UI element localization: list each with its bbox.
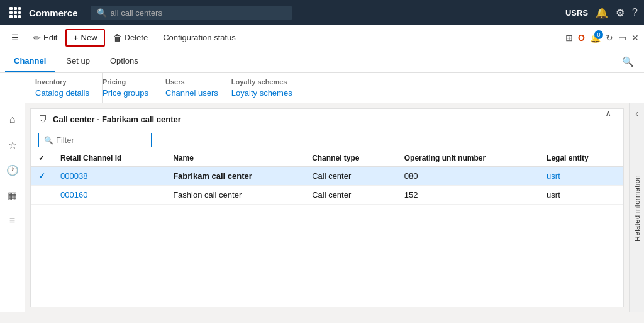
- row-retail-id-2[interactable]: 000160: [53, 186, 165, 205]
- row-retail-id-1[interactable]: 000038: [53, 167, 165, 186]
- filter-input[interactable]: [56, 135, 146, 145]
- subnav-users-title: Users: [165, 78, 218, 86]
- app-grid-icon[interactable]: [6, 4, 24, 21]
- plus-icon: +: [73, 33, 78, 43]
- tab-channel[interactable]: Channel: [5, 50, 55, 72]
- sidebar-home-icon[interactable]: ⌂: [1, 108, 24, 131]
- row-legal-entity-1[interactable]: usrt: [539, 167, 623, 186]
- row-name-2: Fashion call center: [165, 186, 304, 205]
- action-bar-right-icons: ⊞ O 🔔0 ↻ ▭ ✕: [565, 33, 639, 43]
- sub-nav: Inventory Catalog details Pricing Price …: [0, 73, 644, 103]
- user-label: USRS: [565, 8, 588, 18]
- svg-rect-1: [14, 7, 17, 10]
- row-check-1: ✓: [31, 167, 53, 186]
- svg-rect-2: [18, 7, 21, 10]
- sidebar-clock-icon[interactable]: 🕐: [1, 159, 24, 181]
- action-bar: ☰ ✏ Edit + New 🗑 Delete Configuration st…: [0, 25, 644, 50]
- right-panel[interactable]: ‹ Related information: [629, 103, 644, 312]
- filter-funnel-icon[interactable]: ⛉: [38, 114, 48, 125]
- list-title: Call center - Fabrikam call center: [53, 115, 181, 124]
- column-retail-channel-id[interactable]: Retail Channel Id: [53, 150, 165, 167]
- row-check-2: [31, 186, 53, 205]
- subnav-loyalty-title: Loyalty schemes: [231, 78, 292, 86]
- column-operating-unit[interactable]: Operating unit number: [397, 150, 539, 167]
- list-header: ⛉ Call center - Fabrikam call center: [31, 109, 623, 130]
- row-channel-type-2: Call center: [304, 186, 397, 205]
- tab-search-icon[interactable]: 🔍: [617, 54, 639, 70]
- column-channel-type[interactable]: Channel type: [304, 150, 397, 167]
- main-area: ⌂ ☆ 🕐 ▦ ≡ ∧ ⛉ Call center - Fabrikam cal…: [0, 103, 644, 312]
- sidebar-star-icon[interactable]: ☆: [1, 133, 24, 156]
- filter-input-wrap: 🔍: [38, 133, 152, 147]
- svg-rect-6: [9, 15, 13, 18]
- table-row[interactable]: 000160 Fashion call center Call center 1…: [31, 186, 623, 205]
- minimize-icon[interactable]: ▭: [618, 33, 626, 43]
- svg-rect-4: [14, 11, 17, 14]
- subnav-catalog-details-link[interactable]: Catalog details: [35, 88, 89, 98]
- right-panel-arrow-icon: ‹: [635, 108, 638, 118]
- top-nav-right: USRS 🔔 ⚙ ?: [565, 7, 638, 19]
- subnav-inventory-title: Inventory: [35, 78, 89, 86]
- delete-icon: 🗑: [113, 33, 122, 43]
- tab-bar: Channel Set up Options 🔍: [0, 50, 644, 73]
- edit-button[interactable]: ✏ Edit: [26, 30, 64, 46]
- left-sidebar: ⌂ ☆ 🕐 ▦ ≡: [0, 103, 25, 312]
- notification-badge-icon[interactable]: 🔔0: [590, 33, 601, 43]
- search-box[interactable]: 🔍: [91, 6, 292, 20]
- sidebar-list-icon[interactable]: ≡: [1, 209, 24, 232]
- bell-icon[interactable]: 🔔: [596, 7, 608, 19]
- right-panel-label: Related information: [633, 175, 641, 241]
- subnav-pricing-title: Pricing: [103, 78, 152, 86]
- tab-options[interactable]: Options: [101, 50, 147, 72]
- refresh-icon[interactable]: ↻: [606, 33, 613, 43]
- subnav-group-loyalty: Loyalty schemes Loyalty schemes: [231, 73, 305, 103]
- sidebar-grid-icon[interactable]: ▦: [1, 184, 24, 207]
- svg-rect-8: [18, 15, 21, 18]
- data-table: ✓ Retail Channel Id Name Channel type Op…: [31, 150, 623, 205]
- column-check: ✓: [31, 150, 53, 167]
- close-icon[interactable]: ✕: [631, 33, 639, 43]
- settings-icon[interactable]: ⚙: [616, 7, 625, 19]
- svg-rect-7: [14, 15, 17, 18]
- table-row[interactable]: ✓ 000038 Fabrikam call center Call cente…: [31, 167, 623, 186]
- filter-search-icon: 🔍: [44, 136, 53, 145]
- subnav-group-inventory: Inventory Catalog details: [35, 73, 103, 103]
- svg-rect-5: [18, 11, 21, 14]
- windows-icon[interactable]: ⊞: [565, 33, 573, 43]
- subnav-group-users: Users Channel users: [165, 73, 231, 103]
- row-channel-type-1: Call center: [304, 167, 397, 186]
- help-icon[interactable]: ?: [632, 7, 638, 18]
- subnav-group-pricing: Pricing Price groups: [103, 73, 165, 103]
- delete-button[interactable]: 🗑 Delete: [106, 30, 155, 46]
- subnav-loyalty-schemes-link[interactable]: Loyalty schemes: [231, 88, 292, 98]
- svg-rect-0: [9, 7, 13, 10]
- row-operating-unit-2: 152: [397, 186, 539, 205]
- edit-icon: ✏: [33, 33, 41, 43]
- tab-setup[interactable]: Set up: [57, 50, 99, 72]
- top-nav: Commerce 🔍 USRS 🔔 ⚙ ?: [0, 0, 644, 25]
- row-operating-unit-1: 080: [397, 167, 539, 186]
- collapse-arrow[interactable]: ∧: [605, 108, 611, 118]
- configuration-status-button[interactable]: Configuration status: [156, 30, 243, 45]
- hamburger-icon[interactable]: ☰: [5, 28, 25, 48]
- subnav-channel-users-link[interactable]: Channel users: [165, 88, 218, 98]
- row-legal-entity-2: usrt: [539, 186, 623, 205]
- table-header-row: ✓ Retail Channel Id Name Channel type Op…: [31, 150, 623, 167]
- subnav-price-groups-link[interactable]: Price groups: [103, 88, 152, 98]
- svg-rect-3: [9, 11, 13, 14]
- new-button[interactable]: + New: [65, 29, 104, 47]
- column-name[interactable]: Name: [165, 150, 304, 167]
- content-panel: ∧ ⛉ Call center - Fabrikam call center 🔍…: [25, 103, 629, 312]
- search-input[interactable]: [111, 8, 274, 18]
- office-icon[interactable]: O: [578, 33, 585, 43]
- column-legal-entity[interactable]: Legal entity: [539, 150, 623, 167]
- list-container: ⛉ Call center - Fabrikam call center 🔍 ✓…: [30, 108, 624, 307]
- row-name-1: Fabrikam call center: [165, 167, 304, 186]
- app-title: Commerce: [29, 8, 78, 18]
